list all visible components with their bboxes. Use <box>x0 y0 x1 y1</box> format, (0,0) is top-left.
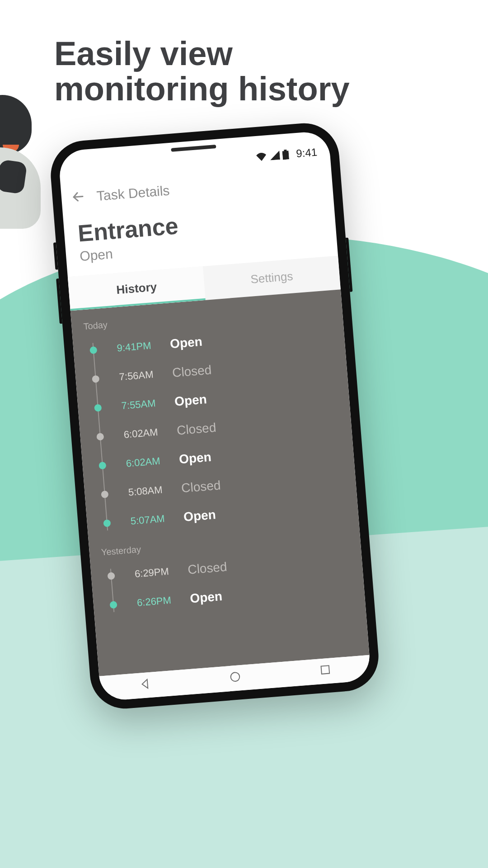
event-time: 6:29PM <box>123 566 169 581</box>
event-dot <box>99 462 106 469</box>
back-arrow-icon <box>71 189 85 204</box>
event-time: 5:07AM <box>119 513 165 528</box>
event-time: 9:41PM <box>106 340 152 355</box>
event-dot <box>96 433 104 440</box>
svg-rect-4 <box>321 665 329 674</box>
event-state: Closed <box>176 420 216 438</box>
event-state: Open <box>174 392 207 409</box>
svg-rect-1 <box>284 150 287 151</box>
event-time: 6:02AM <box>115 455 161 471</box>
svg-point-3 <box>230 672 240 682</box>
phone-frame: 9:41 Task Details Entrance Open History … <box>48 121 381 711</box>
svg-rect-0 <box>282 151 289 160</box>
event-time: 6:26PM <box>126 594 172 610</box>
event-dot <box>103 519 111 527</box>
event-time: 7:55AM <box>110 397 156 413</box>
event-dot <box>89 346 97 354</box>
back-button[interactable] <box>71 189 86 206</box>
wifi-icon <box>255 151 267 161</box>
header-title: Task Details <box>96 183 170 204</box>
event-state: Open <box>183 508 216 525</box>
cell-signal-icon <box>270 151 281 160</box>
nav-home-icon[interactable] <box>229 670 241 683</box>
event-state: Open <box>189 589 223 606</box>
status-time: 9:41 <box>296 146 318 160</box>
phone-button <box>53 242 58 269</box>
marketing-headline: Easily view monitoring history <box>54 36 350 106</box>
event-state: Open <box>169 335 203 352</box>
event-state: Closed <box>187 560 227 577</box>
event-dot <box>101 491 108 498</box>
marketing-line2: monitoring history <box>54 70 350 108</box>
status-icons <box>255 149 289 162</box>
event-dot <box>92 375 99 383</box>
event-dot <box>94 404 102 412</box>
timeline-today: 9:41PMOpen7:56AMClosed7:55AMOpen6:02AMCl… <box>84 317 347 538</box>
nav-back-icon[interactable] <box>139 678 151 690</box>
event-time: 6:02AM <box>113 426 159 442</box>
phone-screen: 9:41 Task Details Entrance Open History … <box>58 130 371 701</box>
person-illustration <box>0 95 41 229</box>
nav-recent-icon[interactable] <box>319 664 332 676</box>
event-state: Closed <box>181 478 221 495</box>
event-state: Closed <box>172 363 212 380</box>
event-time: 7:56AM <box>108 368 154 384</box>
event-dot <box>107 572 115 580</box>
battery-icon <box>282 149 290 160</box>
event-state: Open <box>178 450 212 467</box>
event-dot <box>109 601 117 609</box>
marketing-line1: Easily view <box>54 35 233 72</box>
event-time: 5:08AM <box>117 484 163 500</box>
history-panel[interactable]: Today 9:41PMOpen7:56AMClosed7:55AMOpen6:… <box>70 289 370 676</box>
